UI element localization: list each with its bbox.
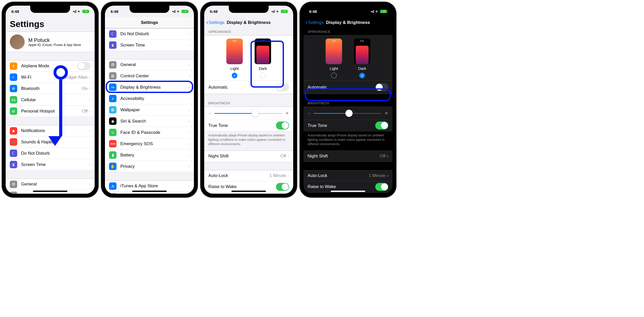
back-button[interactable]: ‹Settings [306, 19, 324, 26]
chevron-icon: › [89, 98, 91, 102]
settings-row[interactable]: ☾ Do Not Disturb› [105, 28, 194, 40]
settings-row[interactable]: ⚙ General› [105, 59, 194, 70]
settings-row[interactable]: A iTunes & App Store› [105, 180, 194, 192]
row-label: Do Not Disturb [120, 31, 189, 36]
row-icon: ♿︎ [109, 95, 117, 102]
appearance-light-option[interactable]: 9:41 Light [226, 39, 243, 78]
battery-icon: ⚡ [82, 10, 89, 13]
settings-row[interactable]: ᯤ Wi-FiEdgar Allan› [6, 72, 95, 83]
row-label: iTunes & App Store [120, 183, 189, 189]
settings-row[interactable]: ✈︎ Airplane Mode [6, 60, 95, 72]
automatic-row: Automatic [303, 81, 392, 94]
row-label: General [21, 182, 89, 187]
row-detail: Off [82, 109, 87, 114]
settings-row[interactable]: ⧗ Screen Time› [6, 159, 95, 170]
settings-row[interactable]: SOS Emergency SOS› [105, 138, 194, 150]
row-icon: ((·)) [10, 96, 17, 104]
settings-group-notifications: ■ Notifications› 🔊 Sounds & Haptics› ☾ D… [6, 125, 95, 170]
settings-row[interactable]: ⊚ Personal HotspotOff› [6, 106, 95, 117]
profile-row[interactable]: M Potuck Apple ID, iCloud, iTunes & App … [6, 32, 95, 52]
chevron-icon: › [387, 154, 388, 158]
chevron-icon: › [189, 85, 190, 90]
row-label: Control Center [21, 193, 89, 194]
phone-frame-3: 6:48 •ılᯤ⚡ ‹Settings Display & Brightnes… [201, 2, 297, 197]
row-label: Do Not Disturb [21, 151, 89, 156]
radio-dark[interactable] [359, 73, 365, 78]
status-time: 6:48 [309, 9, 317, 14]
row-label: Control Center [120, 73, 189, 79]
settings-row[interactable]: ⊞ Control Center› [105, 70, 194, 82]
radio-light[interactable] [232, 73, 237, 78]
settings-row[interactable]: ♿︎ Accessibility› [105, 93, 194, 104]
brightness-slider[interactable] [214, 113, 282, 114]
appearance-light-option[interactable]: 9:41 Light [326, 39, 342, 78]
true-tone-label: True Tone [308, 123, 375, 128]
raise-to-wake-switch[interactable] [375, 183, 388, 191]
row-label: Airplane Mode [21, 63, 77, 69]
chevron-icon: › [288, 173, 289, 178]
raise-to-wake-switch[interactable] [276, 183, 289, 191]
row-icon: ⧗ [10, 161, 17, 168]
settings-row[interactable]: ✋ Privacy› [105, 161, 194, 172]
settings-row[interactable]: ▭ Wallet & Apple Pay› [105, 192, 194, 194]
automatic-switch[interactable] [375, 83, 388, 91]
radio-light[interactable] [331, 73, 337, 78]
night-shift-row[interactable]: Night Shift Off › [303, 151, 392, 162]
appearance-dark-option[interactable]: 9:41 Dark [354, 39, 370, 78]
home-indicator[interactable] [33, 191, 67, 192]
automatic-switch[interactable] [276, 83, 289, 91]
chevron-icon: › [189, 119, 190, 124]
settings-row[interactable]: ■ Notifications› [6, 125, 95, 136]
true-tone-switch[interactable] [375, 122, 388, 129]
nav-title: Settings [141, 20, 158, 25]
dark-preview: 9:41 [354, 39, 370, 64]
row-icon: ✈︎ [10, 62, 17, 70]
sun-max-icon: ☀ [285, 110, 289, 116]
settings-row[interactable]: ⧗ Screen Time› [105, 40, 194, 51]
status-time: 6:48 [11, 9, 19, 14]
home-indicator[interactable] [132, 191, 167, 192]
row-label: Wallpaper [120, 107, 189, 113]
row-icon: ⊚ [10, 107, 17, 115]
settings-row[interactable]: ◉ Siri & Search› [105, 116, 194, 127]
nav-bar: ‹Settings Display & Brightness [204, 17, 293, 28]
appearance-selector: 9:41 Light 9:41 Dark [303, 35, 392, 81]
auto-lock-value: 1 Minute [369, 173, 385, 178]
settings-row[interactable]: ((·)) Cellular› [6, 94, 95, 106]
brightness-slider-row: ☼ ☀ [303, 107, 392, 120]
row-icon: 🔊 [10, 138, 17, 146]
appearance-dark-option[interactable]: 9:41 Dark [255, 39, 271, 78]
back-button[interactable]: ‹Settings [206, 19, 225, 26]
settings-row[interactable]: ✿ Wallpaper› [105, 104, 194, 116]
auto-lock-row[interactable]: Auto-Lock 1 Minute › [303, 170, 392, 181]
brightness-slider[interactable] [314, 113, 382, 114]
row-icon: ☾ [109, 30, 117, 38]
radio-dark[interactable] [260, 73, 266, 78]
row-label: Display & Brightness [120, 85, 189, 90]
auto-lock-row[interactable]: Auto-Lock 1 Minute › [204, 170, 293, 181]
settings-row[interactable]: AA Display & Brightness› [105, 82, 194, 93]
raise-to-wake-label: Raise to Wake [208, 184, 276, 189]
home-indicator[interactable] [331, 191, 365, 192]
automatic-label: Automatic [208, 85, 228, 90]
status-time: 6:48 [111, 9, 118, 14]
settings-row[interactable]: ✲ BluetoothOn› [6, 83, 95, 94]
chevron-icon: › [89, 40, 91, 44]
night-shift-row[interactable]: Night Shift Off › [204, 151, 293, 162]
chevron-icon: › [189, 108, 190, 112]
avatar [10, 34, 25, 49]
chevron-icon: › [189, 164, 190, 169]
appearance-header: APPEARANCE [303, 28, 392, 35]
light-label: Light [330, 66, 338, 71]
battery-icon: ⚡ [380, 10, 387, 13]
settings-row[interactable]: ⚙ General› [6, 179, 95, 190]
true-tone-switch[interactable] [276, 122, 289, 129]
row-icon: ⊞ [10, 192, 17, 194]
toggle-switch[interactable] [77, 62, 91, 70]
row-label: Screen Time [21, 162, 89, 167]
home-indicator[interactable] [231, 191, 266, 192]
settings-row[interactable]: ☺ Face ID & Passcode› [105, 127, 194, 138]
chevron-icon: › [189, 184, 190, 188]
settings-row[interactable]: ☾ Do Not Disturb› [6, 148, 95, 159]
settings-row[interactable]: ▮ Battery› [105, 150, 194, 161]
